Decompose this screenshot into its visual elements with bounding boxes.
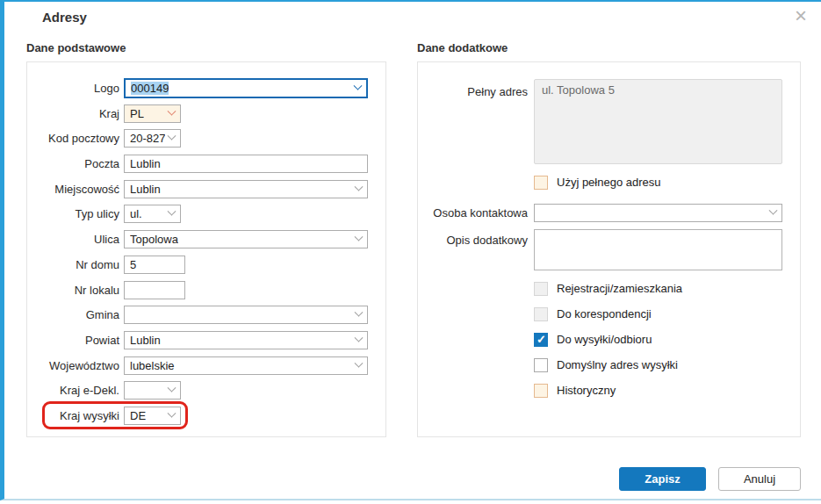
chevron-down-icon[interactable] (168, 409, 176, 418)
additional-data-panel: Pełny adres ul. Topolowa 5 Użyj pełnego … (417, 61, 801, 437)
field-row-pelny-adres: Pełny adres ul. Topolowa 5 (418, 79, 800, 164)
wojewodztwo-combobox[interactable]: lubelskie (124, 356, 368, 375)
uzyj-pelnego-adresu-label: Użyj pełnego adresu (557, 176, 661, 189)
chevron-down-icon[interactable] (355, 334, 364, 342)
do-wysylki-odbioru-checkbox[interactable] (534, 333, 548, 347)
domyslny-adres-wysylki-checkbox[interactable] (534, 358, 548, 372)
field-row-ulica: Ulica Topolowa (27, 230, 385, 248)
opis-dodatkowy-label: Opis dodatkowy (418, 229, 528, 249)
pelny-adres-textarea[interactable]: ul. Topolowa 5 (534, 79, 782, 164)
field-row-kod-pocztowy: Kod pocztowy 20-827 (27, 129, 385, 148)
gmina-label: Gmina (27, 306, 119, 324)
field-row-poczta: Poczta (27, 155, 385, 173)
field-row-nr-domu: Nr domu (27, 256, 385, 274)
kraj-wysylki-value: DE (130, 409, 146, 422)
field-row-gmina: Gmina (27, 306, 385, 324)
section-header-basic: Dane podstawowe (26, 41, 126, 54)
chevron-down-icon[interactable] (354, 82, 363, 90)
checkbox-row-korespondencji[interactable]: Do korespondencji (534, 306, 800, 321)
chevron-down-icon[interactable] (168, 384, 176, 392)
kraj-edekl-label: Kraj e-Dekl. (27, 381, 119, 400)
rejestracji-zamieszkania-label: Rejestracji/zamieszkania (557, 282, 682, 295)
checkbox-row-domyslny-adres[interactable]: Domyślny adres wysyłki (534, 357, 800, 372)
poczta-input[interactable] (124, 155, 368, 173)
uzyj-pelnego-adresu-checkbox[interactable] (534, 176, 548, 190)
logo-value: 000149 (131, 82, 169, 95)
pelny-adres-label: Pełny adres (418, 79, 528, 101)
nr-lokalu-input[interactable] (124, 281, 185, 299)
field-row-logo: Logo 000149 (27, 79, 385, 97)
field-row-nr-lokalu: Nr lokalu (27, 281, 385, 299)
powiat-value: Lublin (130, 334, 161, 347)
miejscowosc-value: Lublin (130, 183, 161, 196)
typ-ulicy-combobox[interactable]: ul. (124, 205, 181, 223)
ulica-label: Ulica (27, 230, 119, 248)
chevron-down-icon[interactable] (355, 233, 364, 241)
miejscowosc-combobox[interactable]: Lublin (124, 180, 368, 198)
section-header-additional: Dane dodatkowe (417, 41, 508, 54)
nr-lokalu-label: Nr lokalu (27, 281, 119, 299)
chevron-down-icon[interactable] (168, 207, 176, 216)
cancel-button[interactable]: Anuluj (718, 467, 801, 491)
kod-pocztowy-combobox[interactable]: 20-827 (124, 129, 181, 148)
field-row-kraj-wysylki: Kraj wysyłki DE (27, 407, 385, 425)
nr-domu-input[interactable] (124, 256, 185, 274)
kraj-wysylki-combobox[interactable]: DE (124, 407, 181, 425)
kraj-edekl-combobox[interactable] (124, 381, 181, 400)
osoba-kontaktowa-combobox[interactable] (534, 204, 782, 222)
field-row-kraj-edekl: Kraj e-Dekl. (27, 381, 385, 400)
kraj-combobox[interactable]: PL (124, 104, 181, 123)
gmina-combobox[interactable] (124, 306, 368, 324)
field-row-kraj: Kraj PL (27, 104, 385, 123)
historyczny-label: Historyczny (557, 384, 616, 397)
wojewodztwo-value: lubelskie (130, 359, 175, 372)
chevron-down-icon[interactable] (355, 308, 364, 317)
miejscowosc-label: Miejscowość (27, 180, 119, 198)
checkbox-row-wysylki-odbioru[interactable]: Do wysyłki/odbioru (534, 332, 800, 347)
poczta-label: Poczta (27, 155, 119, 173)
kraj-label: Kraj (27, 104, 119, 123)
kod-pocztowy-value: 20-827 (130, 132, 165, 145)
kraj-value: PL (130, 107, 144, 120)
wojewodztwo-label: Województwo (27, 356, 119, 375)
checkbox-row-rejestracji[interactable]: Rejestracji/zamieszkania (534, 281, 800, 296)
field-row-powiat: Powiat Lublin (27, 331, 385, 349)
dialog-title: Adresy (42, 10, 87, 25)
nr-domu-label: Nr domu (27, 256, 119, 274)
basic-data-panel: Logo 000149 Kraj PL Kod pocztowy 20-827 … (26, 61, 386, 437)
powiat-combobox[interactable]: Lublin (124, 331, 368, 349)
logo-label: Logo (27, 79, 119, 97)
use-full-address-row[interactable]: Użyj pełnego adresu (534, 175, 800, 190)
kod-pocztowy-label: Kod pocztowy (27, 129, 119, 148)
close-icon[interactable]: × (795, 5, 807, 26)
checkbox-row-historyczny[interactable]: Historyczny (534, 383, 800, 398)
do-korespondencji-checkbox[interactable] (534, 307, 548, 321)
typ-ulicy-value: ul. (130, 207, 142, 220)
field-row-osoba-kontaktowa: Osoba kontaktowa (418, 204, 800, 222)
historyczny-checkbox[interactable] (534, 384, 548, 398)
kraj-wysylki-label: Kraj wysyłki (27, 407, 119, 425)
do-korespondencji-label: Do korespondencji (557, 307, 652, 320)
powiat-label: Powiat (27, 331, 119, 349)
osoba-kontaktowa-label: Osoba kontaktowa (418, 204, 528, 222)
opis-dodatkowy-textarea[interactable] (534, 229, 782, 270)
field-row-miejscowosc: Miejscowość Lublin (27, 180, 385, 198)
typ-ulicy-label: Typ ulicy (27, 205, 119, 223)
chevron-down-icon[interactable] (355, 182, 364, 191)
chevron-down-icon[interactable] (769, 206, 778, 215)
do-wysylki-odbioru-label: Do wysyłki/odbioru (557, 333, 652, 346)
rejestracji-zamieszkania-checkbox[interactable] (534, 282, 548, 296)
field-row-wojewodztwo: Województwo lubelskie (27, 356, 385, 375)
save-button[interactable]: Zapisz (619, 467, 706, 491)
ulica-combobox[interactable]: Topolowa (124, 230, 368, 248)
domyslny-adres-wysylki-label: Domyślny adres wysyłki (557, 358, 678, 371)
logo-combobox[interactable]: 000149 (124, 78, 368, 98)
field-row-opis-dodatkowy: Opis dodatkowy (418, 229, 800, 270)
chevron-down-icon[interactable] (168, 106, 176, 115)
chevron-down-icon[interactable] (355, 358, 364, 367)
field-row-typ-ulicy: Typ ulicy ul. (27, 205, 385, 223)
ulica-value: Topolowa (130, 233, 178, 246)
adresy-dialog: Adresy × Dane podstawowe Dane dodatkowe … (0, 0, 821, 500)
chevron-down-icon[interactable] (168, 132, 176, 140)
